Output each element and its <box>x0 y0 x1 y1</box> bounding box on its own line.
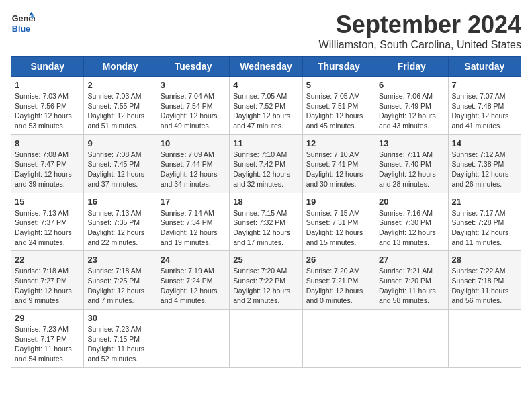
day-number: 19 <box>306 197 371 207</box>
calendar-week-row: 22Sunrise: 7:18 AMSunset: 7:27 PMDayligh… <box>11 251 521 310</box>
calendar-cell: 1Sunrise: 7:03 AMSunset: 7:56 PMDaylight… <box>11 77 84 135</box>
calendar-cell: 6Sunrise: 7:06 AMSunset: 7:49 PMDaylight… <box>375 77 448 135</box>
calendar-cell: 18Sunrise: 7:15 AMSunset: 7:32 PMDayligh… <box>230 193 302 251</box>
calendar-cell: 4Sunrise: 7:05 AMSunset: 7:52 PMDaylight… <box>230 77 302 135</box>
calendar-week-row: 8Sunrise: 7:08 AMSunset: 7:47 PMDaylight… <box>11 134 521 193</box>
calendar-cell <box>230 310 302 368</box>
weekday-header-saturday: Saturday <box>448 57 521 77</box>
calendar-cell: 5Sunrise: 7:05 AMSunset: 7:51 PMDaylight… <box>302 77 375 135</box>
day-info: Sunrise: 7:06 AMSunset: 7:49 PMDaylight:… <box>379 91 444 131</box>
calendar-cell: 21Sunrise: 7:17 AMSunset: 7:28 PMDayligh… <box>448 193 521 251</box>
day-number: 25 <box>233 255 298 265</box>
calendar-week-row: 29Sunrise: 7:23 AMSunset: 7:17 PMDayligh… <box>11 310 521 368</box>
day-info: Sunrise: 7:03 AMSunset: 7:56 PMDaylight:… <box>15 91 80 131</box>
day-number: 4 <box>233 80 298 90</box>
calendar-cell: 25Sunrise: 7:20 AMSunset: 7:22 PMDayligh… <box>230 251 302 310</box>
day-info: Sunrise: 7:14 AMSunset: 7:34 PMDaylight:… <box>161 208 226 248</box>
day-number: 18 <box>233 197 298 207</box>
day-info: Sunrise: 7:15 AMSunset: 7:32 PMDaylight:… <box>233 208 298 248</box>
day-info: Sunrise: 7:08 AMSunset: 7:47 PMDaylight:… <box>15 150 80 189</box>
weekday-header-tuesday: Tuesday <box>157 57 229 77</box>
svg-text:General: General <box>12 14 35 24</box>
day-info: Sunrise: 7:08 AMSunset: 7:45 PMDaylight:… <box>87 150 152 189</box>
day-number: 23 <box>87 255 152 265</box>
day-info: Sunrise: 7:20 AMSunset: 7:21 PMDaylight:… <box>306 266 371 306</box>
day-info: Sunrise: 7:21 AMSunset: 7:20 PMDaylight:… <box>379 266 444 306</box>
calendar-cell: 13Sunrise: 7:11 AMSunset: 7:40 PMDayligh… <box>375 134 448 193</box>
calendar-cell <box>375 310 448 368</box>
day-number: 7 <box>452 80 517 90</box>
calendar-cell: 7Sunrise: 7:07 AMSunset: 7:48 PMDaylight… <box>448 77 521 135</box>
day-info: Sunrise: 7:15 AMSunset: 7:31 PMDaylight:… <box>306 208 371 248</box>
day-info: Sunrise: 7:19 AMSunset: 7:24 PMDaylight:… <box>161 266 226 306</box>
calendar-table: SundayMondayTuesdayWednesdayThursdayFrid… <box>11 56 521 368</box>
calendar-cell: 30Sunrise: 7:23 AMSunset: 7:15 PMDayligh… <box>84 310 157 368</box>
day-number: 30 <box>87 313 152 323</box>
weekday-header-wednesday: Wednesday <box>230 57 302 77</box>
day-info: Sunrise: 7:10 AMSunset: 7:41 PMDaylight:… <box>306 150 371 189</box>
day-info: Sunrise: 7:16 AMSunset: 7:30 PMDaylight:… <box>379 208 444 248</box>
day-number: 6 <box>379 80 444 90</box>
calendar-cell: 24Sunrise: 7:19 AMSunset: 7:24 PMDayligh… <box>157 251 229 310</box>
calendar-week-row: 15Sunrise: 7:13 AMSunset: 7:37 PMDayligh… <box>11 193 521 251</box>
day-number: 22 <box>15 255 80 265</box>
day-number: 10 <box>161 138 226 148</box>
day-info: Sunrise: 7:18 AMSunset: 7:25 PMDaylight:… <box>87 266 152 306</box>
calendar-cell: 17Sunrise: 7:14 AMSunset: 7:34 PMDayligh… <box>157 193 229 251</box>
calendar-cell: 22Sunrise: 7:18 AMSunset: 7:27 PMDayligh… <box>11 251 84 310</box>
day-info: Sunrise: 7:11 AMSunset: 7:40 PMDaylight:… <box>379 150 444 189</box>
day-number: 14 <box>452 138 517 148</box>
day-number: 15 <box>15 197 80 207</box>
day-info: Sunrise: 7:09 AMSunset: 7:44 PMDaylight:… <box>161 150 226 189</box>
calendar-cell: 11Sunrise: 7:10 AMSunset: 7:42 PMDayligh… <box>230 134 302 193</box>
day-number: 20 <box>379 197 444 207</box>
day-info: Sunrise: 7:18 AMSunset: 7:27 PMDaylight:… <box>15 266 80 306</box>
calendar-cell: 27Sunrise: 7:21 AMSunset: 7:20 PMDayligh… <box>375 251 448 310</box>
day-info: Sunrise: 7:13 AMSunset: 7:37 PMDaylight:… <box>15 208 80 248</box>
page-header: General Blue September 2024 Williamston,… <box>11 11 521 51</box>
calendar-cell <box>302 310 375 368</box>
title-area: September 2024 Williamston, South Caroli… <box>319 11 521 51</box>
weekday-header-row: SundayMondayTuesdayWednesdayThursdayFrid… <box>11 57 521 77</box>
day-number: 5 <box>306 80 371 90</box>
calendar-cell: 20Sunrise: 7:16 AMSunset: 7:30 PMDayligh… <box>375 193 448 251</box>
day-number: 3 <box>161 80 226 90</box>
location-title: Williamston, South Carolina, United Stat… <box>319 39 521 51</box>
svg-text:Blue: Blue <box>12 24 30 34</box>
calendar-cell: 8Sunrise: 7:08 AMSunset: 7:47 PMDaylight… <box>11 134 84 193</box>
day-info: Sunrise: 7:23 AMSunset: 7:15 PMDaylight:… <box>87 324 152 364</box>
day-number: 29 <box>15 313 80 323</box>
day-number: 12 <box>306 138 371 148</box>
day-info: Sunrise: 7:22 AMSunset: 7:18 PMDaylight:… <box>452 266 517 306</box>
calendar-cell: 29Sunrise: 7:23 AMSunset: 7:17 PMDayligh… <box>11 310 84 368</box>
calendar-cell <box>448 310 521 368</box>
calendar-week-row: 1Sunrise: 7:03 AMSunset: 7:56 PMDaylight… <box>11 77 521 135</box>
day-number: 11 <box>233 138 298 148</box>
calendar-cell <box>157 310 229 368</box>
calendar-cell: 12Sunrise: 7:10 AMSunset: 7:41 PMDayligh… <box>302 134 375 193</box>
calendar-cell: 2Sunrise: 7:03 AMSunset: 7:55 PMDaylight… <box>84 77 157 135</box>
weekday-header-monday: Monday <box>84 57 157 77</box>
day-number: 17 <box>161 197 226 207</box>
day-number: 2 <box>87 80 152 90</box>
day-number: 26 <box>306 255 371 265</box>
day-number: 16 <box>87 197 152 207</box>
day-number: 21 <box>452 197 517 207</box>
logo-icon: General Blue <box>11 11 35 35</box>
calendar-cell: 26Sunrise: 7:20 AMSunset: 7:21 PMDayligh… <box>302 251 375 310</box>
weekday-header-friday: Friday <box>375 57 448 77</box>
day-info: Sunrise: 7:04 AMSunset: 7:54 PMDaylight:… <box>161 91 226 131</box>
day-number: 8 <box>15 138 80 148</box>
weekday-header-thursday: Thursday <box>302 57 375 77</box>
day-info: Sunrise: 7:17 AMSunset: 7:28 PMDaylight:… <box>452 208 517 248</box>
day-info: Sunrise: 7:12 AMSunset: 7:38 PMDaylight:… <box>452 150 517 189</box>
day-number: 13 <box>379 138 444 148</box>
calendar-cell: 19Sunrise: 7:15 AMSunset: 7:31 PMDayligh… <box>302 193 375 251</box>
calendar-cell: 10Sunrise: 7:09 AMSunset: 7:44 PMDayligh… <box>157 134 229 193</box>
day-info: Sunrise: 7:10 AMSunset: 7:42 PMDaylight:… <box>233 150 298 189</box>
day-info: Sunrise: 7:05 AMSunset: 7:51 PMDaylight:… <box>306 91 371 131</box>
day-info: Sunrise: 7:23 AMSunset: 7:17 PMDaylight:… <box>15 324 80 364</box>
day-number: 24 <box>161 255 226 265</box>
day-number: 9 <box>87 138 152 148</box>
day-info: Sunrise: 7:13 AMSunset: 7:35 PMDaylight:… <box>87 208 152 248</box>
